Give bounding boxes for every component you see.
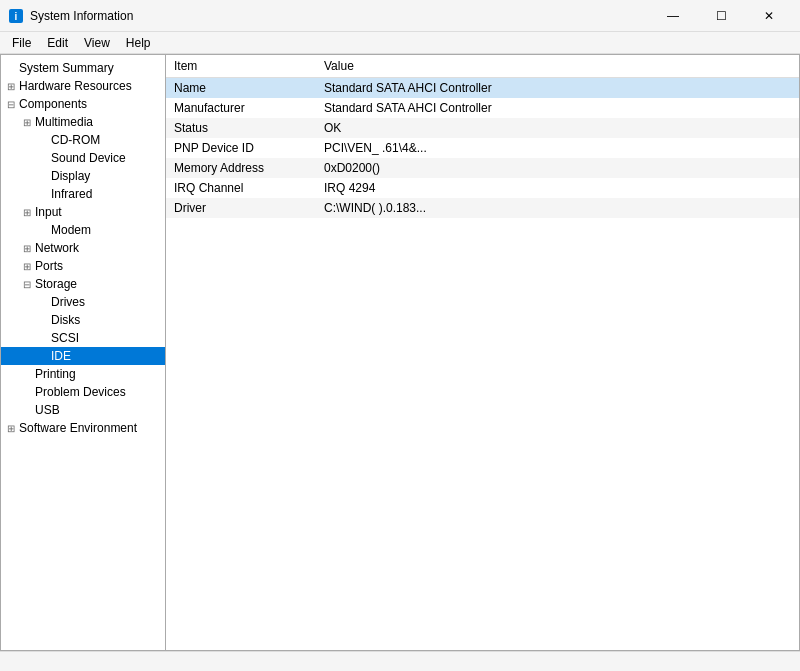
detail-row-6: DriverC:\WIND( ).0.183... [166,198,799,218]
sidebar-item-infrared[interactable]: Infrared [1,185,165,203]
sidebar-label-drives: Drives [51,295,165,309]
sidebar-item-scsi[interactable]: SCSI [1,329,165,347]
sidebar-tree: System Summary⊞Hardware Resources⊟Compon… [1,55,166,650]
sidebar-item-printing[interactable]: Printing [1,365,165,383]
sidebar-item-input[interactable]: ⊞Input [1,203,165,221]
detail-item-4: Memory Address [166,158,316,178]
main-content: System Summary⊞Hardware Resources⊟Compon… [0,54,800,651]
detail-item-3: PNP Device ID [166,138,316,158]
sidebar-label-storage: Storage [35,277,165,291]
sidebar-label-cd-rom: CD-ROM [51,133,165,147]
detail-row-4: Memory Address0xD0200() [166,158,799,178]
sidebar-label-printing: Printing [35,367,165,381]
detail-row-2: StatusOK [166,118,799,138]
menu-item-help[interactable]: Help [118,34,159,52]
title-bar: i System Information — ☐ ✕ [0,0,800,32]
sidebar-item-storage[interactable]: ⊟Storage [1,275,165,293]
detail-table: Item Value NameStandard SATA AHCI Contro… [166,55,799,218]
sidebar-label-modem: Modem [51,223,165,237]
detail-value-3: PCI\VEN_ .61\4&... [316,138,799,158]
detail-value-1: Standard SATA AHCI Controller [316,98,799,118]
menu-item-edit[interactable]: Edit [39,34,76,52]
sidebar-label-usb: USB [35,403,165,417]
menu-item-file[interactable]: File [4,34,39,52]
sidebar-item-hardware-resources[interactable]: ⊞Hardware Resources [1,77,165,95]
sidebar-label-components: Components [19,97,165,111]
sidebar-label-sound-device: Sound Device [51,151,165,165]
sidebar-item-problem-devices[interactable]: Problem Devices [1,383,165,401]
sidebar-item-cd-rom[interactable]: CD-ROM [1,131,165,149]
sidebar-label-problem-devices: Problem Devices [35,385,165,399]
sidebar-label-hardware-resources: Hardware Resources [19,79,165,93]
sidebar-label-ide: IDE [51,349,165,363]
sidebar-label-display: Display [51,169,165,183]
tree-expander-hardware-resources[interactable]: ⊞ [3,81,19,92]
tree-expander-network[interactable]: ⊞ [19,243,35,254]
detail-item-5: IRQ Channel [166,178,316,198]
sidebar-item-software-environment[interactable]: ⊞Software Environment [1,419,165,437]
restore-button[interactable]: ☐ [698,0,744,32]
sidebar-item-network[interactable]: ⊞Network [1,239,165,257]
detail-panel: Item Value NameStandard SATA AHCI Contro… [166,55,799,650]
sidebar-item-modem[interactable]: Modem [1,221,165,239]
sidebar-item-disks[interactable]: Disks [1,311,165,329]
tree-expander-input[interactable]: ⊞ [19,207,35,218]
status-bar [0,651,800,671]
tree-expander-components[interactable]: ⊟ [3,99,19,110]
close-button[interactable]: ✕ [746,0,792,32]
window-title: System Information [30,9,650,23]
sidebar-label-multimedia: Multimedia [35,115,165,129]
sidebar-item-drives[interactable]: Drives [1,293,165,311]
detail-value-6: C:\WIND( ).0.183... [316,198,799,218]
detail-item-2: Status [166,118,316,138]
tree-expander-storage[interactable]: ⊟ [19,279,35,290]
sidebar-item-ide[interactable]: IDE [1,347,165,365]
detail-value-4: 0xD0200() [316,158,799,178]
detail-value-2: OK [316,118,799,138]
svg-text:i: i [15,11,18,22]
detail-row-5: IRQ ChannelIRQ 4294 [166,178,799,198]
tree-expander-software-environment[interactable]: ⊞ [3,423,19,434]
col-header-value: Value [316,55,799,78]
sidebar-label-ports: Ports [35,259,165,273]
detail-value-0: Standard SATA AHCI Controller [316,78,799,99]
sidebar-label-network: Network [35,241,165,255]
sidebar-item-usb[interactable]: USB [1,401,165,419]
sidebar-label-system-summary: System Summary [19,61,165,75]
menu-item-view[interactable]: View [76,34,118,52]
tree-expander-ports[interactable]: ⊞ [19,261,35,272]
detail-value-5: IRQ 4294 [316,178,799,198]
sidebar-label-software-environment: Software Environment [19,421,165,435]
sidebar-item-components[interactable]: ⊟Components [1,95,165,113]
sidebar-item-system-summary[interactable]: System Summary [1,59,165,77]
detail-row-1: ManufacturerStandard SATA AHCI Controlle… [166,98,799,118]
sidebar-label-disks: Disks [51,313,165,327]
minimize-button[interactable]: — [650,0,696,32]
app-icon: i [8,8,24,24]
detail-item-0: Name [166,78,316,99]
sidebar-item-sound-device[interactable]: Sound Device [1,149,165,167]
detail-item-1: Manufacturer [166,98,316,118]
sidebar-item-display[interactable]: Display [1,167,165,185]
sidebar-label-scsi: SCSI [51,331,165,345]
col-header-item: Item [166,55,316,78]
sidebar-item-multimedia[interactable]: ⊞Multimedia [1,113,165,131]
detail-item-6: Driver [166,198,316,218]
sidebar-label-infrared: Infrared [51,187,165,201]
title-bar-controls: — ☐ ✕ [650,0,792,32]
menu-bar: FileEditViewHelp [0,32,800,54]
sidebar-item-ports[interactable]: ⊞Ports [1,257,165,275]
tree-expander-multimedia[interactable]: ⊞ [19,117,35,128]
detail-row-0: NameStandard SATA AHCI Controller [166,78,799,99]
detail-row-3: PNP Device IDPCI\VEN_ .61\4&... [166,138,799,158]
sidebar-label-input: Input [35,205,165,219]
